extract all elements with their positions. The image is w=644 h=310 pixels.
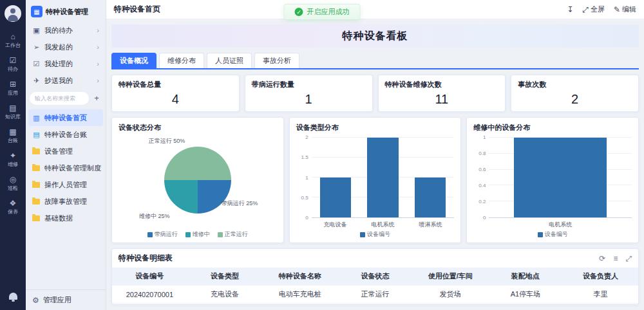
bar-chart-card: 设备类型分布 00.511.52 充电设备电机系统喷淋系统 设备编号 [289,117,462,243]
plot-area [312,138,455,218]
y-tick-label: 1 [305,176,308,181]
stat-card-2: 特种设备维修次数11 [378,75,506,112]
sidebar-menu-item-4[interactable]: 操作人员管理 [28,176,103,193]
table-cell: 202402070003 [112,304,187,305]
equipment-table: 设备编号设备类型特种设备名称设备状态使用位置/车间装配地点设备负责人 20240… [112,268,638,304]
menu-item-label: 特种设备管理制度 [44,163,101,173]
download-button[interactable]: ↧ [567,5,573,14]
tab-0[interactable]: 设备概况 [111,53,156,68]
legend-swatch [538,232,543,237]
rail-item-icon: ⌂ [10,33,15,41]
search-input[interactable] [30,92,89,105]
tab-strip: 设备概况维修分布人员证照事故分析 [111,53,639,69]
rail-bottom [9,286,17,310]
app-logo-icon: ▦ [31,6,43,17]
legend-label: 正常运行 [225,230,248,239]
y-tick-label: 0 [483,215,486,221]
page-title: 特种设备看板 [343,30,408,43]
table-cell: 李里 [563,286,638,304]
rail-item-5[interactable]: ✦维修 [0,149,26,171]
sidebar-menu-item-2[interactable]: 设备管理 [28,143,103,160]
rail-item-icon: ▦ [9,128,16,136]
bar [514,138,607,217]
y-tick-label: 0.4 [478,183,486,188]
sidebar-shortcut-0[interactable]: ▣我的待办› [28,22,103,39]
rail-item-icon: ☑ [10,57,17,65]
legend-item[interactable]: 设备编号 [538,230,568,239]
stat-card-0: 特种设备总量4 [111,75,240,112]
folder-icon [32,182,40,188]
sidebar-menu-item-3[interactable]: 特种设备管理制度 [28,160,103,176]
table-toolbar: ⟳≡⤢ [599,254,632,263]
table-scroll-area[interactable]: 设备编号设备类型特种设备名称设备状态使用位置/车间装配地点设备负责人 20240… [112,268,638,304]
stat-card-1: 带病运行数量1 [245,75,373,112]
column-header: 特种设备名称 [262,268,337,286]
sidebar-shortcut-3[interactable]: ✈抄送我的› [28,72,103,89]
table-body: 202402070001充电设备电动车充电桩正常运行发货场A1停车场李里2024… [112,286,638,305]
tab-2[interactable]: 人员证照 [207,53,252,68]
y-tick-label: 1.5 [301,155,308,160]
edit-icon: ✎ [614,5,620,14]
bar-slot [406,138,454,217]
expand-icon[interactable]: ⤢ [625,254,632,263]
fullscreen-button[interactable]: ⤢全屏 [582,5,605,14]
notifications-bell-icon[interactable] [9,293,17,300]
user-avatar[interactable] [5,5,21,22]
bar [320,178,351,217]
table-cell: 发货场 [413,286,488,304]
sidebar-menu-item-5[interactable]: 故障事故管理 [28,193,103,210]
legend-item[interactable]: 带病运行 [147,230,178,239]
table-head-row: 设备编号设备类型特种设备名称设备状态使用位置/车间装配地点设备负责人 [112,268,638,286]
sidebar-search-row: + [26,89,106,108]
rail-item-6[interactable]: ◎巡检 [0,172,26,195]
shortcut-label: 抄送我的 [44,76,73,86]
legend-item[interactable]: 正常运行 [218,230,248,239]
tab-3[interactable]: 事故分析 [254,53,299,68]
sidebar-shortcut-list: ▣我的待办›➢我发起的›☑我处理的›✈抄送我的› [26,22,106,89]
x-axis-labels: 电机系统 [489,218,632,228]
stat-value: 11 [385,92,499,107]
rail-item-1[interactable]: ☑待办 [0,53,26,76]
sidebar-menu-item-0[interactable]: ▥特种设备首页 [28,109,103,126]
pie-chart: 带病运行 25%维修中 25%正常运行 50% [118,132,277,228]
sidebar: ▦ 特种设备管理 ▣我的待办›➢我发起的›☑我处理的›✈抄送我的› + ▥特种设… [26,0,106,310]
add-page-button[interactable]: + [91,93,102,104]
manage-app-button[interactable]: ⚙ 管理应用 [26,289,106,310]
sidebar-menu-item-6[interactable]: 基础数据 [28,210,103,226]
rail-item-label: 知识库 [5,113,21,120]
bar-chart: 00.20.40.60.81 电机系统 [473,132,632,228]
document-icon: ▤ [32,131,41,139]
rail-item-7[interactable]: ❖保养 [0,196,26,219]
tab-1[interactable]: 维修分布 [159,53,204,68]
table-cell [488,304,564,305]
table-row[interactable]: 202402070003喷淋系统喷淋塔带病运行李里 [112,304,638,305]
menu-item-label: 特种设备台账 [44,130,87,140]
table-title: 特种设备明细表 [118,253,173,264]
y-tick-label: 0.5 [301,196,308,201]
folder-icon [32,165,40,171]
refresh-icon[interactable]: ⟳ [599,254,605,263]
bar-slot [489,138,632,217]
sidebar-shortcut-1[interactable]: ➢我发起的› [28,39,103,55]
edit-button[interactable]: ✎编辑 [614,5,636,14]
shortcut-icon: ✈ [32,77,41,85]
action-label: 编辑 [622,5,636,14]
sidebar-menu-item-1[interactable]: ▤特种设备台账 [28,126,103,143]
chevron-right-icon: › [97,43,99,51]
rail-item-2[interactable]: ⊞应用 [0,77,26,100]
legend-item[interactable]: 维修中 [185,230,210,239]
legend-item[interactable]: 设备编号 [360,230,390,239]
table-cell: 正常运行 [337,286,413,304]
sidebar-shortcut-2[interactable]: ☑我处理的› [28,55,103,72]
rail-item-label: 工作台 [5,42,21,49]
fullscreen-icon: ⤢ [582,5,589,14]
table-cell: 充电设备 [187,286,263,304]
rail-item-0[interactable]: ⌂工作台 [0,30,26,52]
rail-item-3[interactable]: ▤知识库 [0,101,26,123]
main-content: 特种设备首页 ↧⤢全屏✎编辑 特种设备看板 设备概况维修分布人员证照事故分析 特… [106,0,644,310]
column-header: 使用位置/车间 [413,268,488,286]
rail-item-4[interactable]: ▦台账 [0,125,26,147]
stat-label: 特种设备维修次数 [385,80,499,89]
list-icon[interactable]: ≡ [613,254,618,263]
table-row[interactable]: 202402070001充电设备电动车充电桩正常运行发货场A1停车场李里 [112,286,638,304]
